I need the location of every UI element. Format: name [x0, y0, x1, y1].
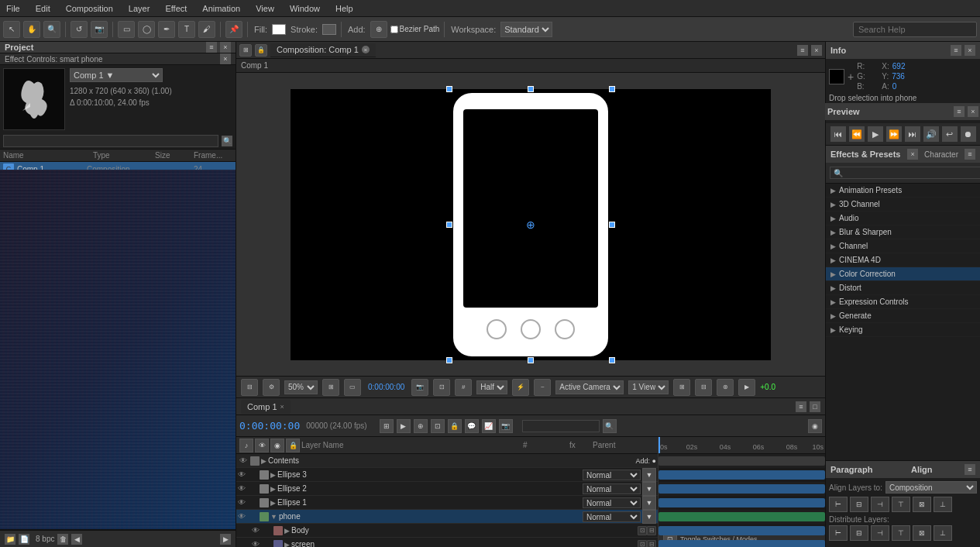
dist-center-v-btn[interactable]: ⊠ [913, 525, 931, 541]
resolution-btn[interactable]: ⊞ [322, 379, 339, 396]
magnification-select[interactable]: 50% [284, 380, 318, 394]
effects-menu-btn[interactable]: ≡ [965, 149, 975, 160]
comp-tab-active[interactable]: Composition: Comp 1 × [270, 43, 376, 57]
track-bar-screen[interactable] [658, 540, 825, 547]
track-bar-phone[interactable] [658, 512, 825, 521]
layer-row-ellipse2[interactable]: 👁 ▶ Ellipse 2 Normal ▼ [236, 482, 658, 496]
text-tool[interactable]: T [178, 21, 195, 38]
menu-item-help[interactable]: Help [332, 2, 356, 15]
fast-preview-btn[interactable]: ⚡ [512, 379, 529, 396]
layer-solo-btn[interactable]: ◉ [270, 439, 284, 452]
comp-viewer-menu[interactable]: ≡ [797, 45, 808, 56]
timeline-tab-close[interactable]: × [280, 403, 284, 411]
preview-loop-btn[interactable]: ↩ [942, 126, 958, 142]
preview-back-btn[interactable]: ⏪ [849, 126, 865, 142]
layer-row-body[interactable]: 👁 ▶ Body ⊡ ⊟ [236, 524, 658, 538]
handle-bm[interactable] [528, 357, 534, 363]
layer-eye-e1[interactable]: 👁 [238, 498, 249, 507]
workspace-select[interactable]: Standard [500, 22, 552, 37]
layer-eye-phone[interactable]: 👁 [238, 512, 249, 521]
timeline-tracks[interactable] [658, 454, 825, 530]
camera-select[interactable]: Active Camera [555, 380, 624, 394]
layer-arrow-e1[interactable]: ▶ [270, 499, 276, 507]
layer-mode-e2[interactable]: Normal [583, 483, 641, 494]
layer-arrow-contents[interactable]: ▶ [261, 457, 266, 465]
effect-cat-distort[interactable]: ▶ Distort [826, 281, 980, 295]
handle-ml[interactable] [446, 222, 452, 228]
align-left-btn[interactable]: ⊢ [829, 497, 848, 512]
comp-lock-btn[interactable]: 🔒 [255, 44, 267, 57]
effect-cat-cinema4d[interactable]: ▶ CINEMA 4D [826, 253, 980, 267]
align-top-btn[interactable]: ⊤ [892, 497, 910, 512]
character-tab[interactable]: Character [921, 150, 961, 159]
layer-eye-e3[interactable]: 👁 [238, 470, 249, 479]
layer-eye-e2[interactable]: 👁 [238, 484, 249, 493]
search-help-input[interactable] [853, 22, 977, 37]
comp-viewer-close[interactable]: × [811, 45, 822, 56]
menu-item-animation[interactable]: Animation [199, 2, 243, 15]
handle-br[interactable] [609, 357, 615, 363]
menu-item-view[interactable]: View [253, 2, 277, 15]
project-panel-menu-btn[interactable]: ≡ [206, 42, 217, 53]
screen-switch-1[interactable]: ⊡ [638, 540, 647, 548]
preview-panel-menu[interactable]: ≡ [954, 106, 965, 117]
tl-btn-solo[interactable]: ⊡ [431, 419, 445, 433]
tl-search-btn[interactable]: 🔍 [603, 419, 617, 433]
tl-btn-comment[interactable]: 💬 [465, 419, 479, 433]
align-center-h-btn[interactable]: ⊟ [850, 497, 868, 512]
tl-btn-solo2[interactable]: ◉ [808, 419, 822, 433]
layer-arrow-phone[interactable]: ▼ [270, 513, 277, 521]
dist-left-btn[interactable]: ⊢ [829, 525, 848, 541]
effect-cat-keying[interactable]: ▶ Keying [826, 323, 980, 337]
stroke-swatch[interactable] [322, 24, 336, 35]
track-bar-e1[interactable] [658, 498, 825, 507]
transparency-btn[interactable]: ⊡ [433, 379, 450, 396]
layer-row-phone[interactable]: 👁 ▼ phone Normal ▼ [236, 510, 658, 524]
timeline-menu-btn[interactable]: ≡ [796, 401, 806, 412]
project-search-input[interactable] [3, 135, 218, 147]
shape-tool-ellipse[interactable]: ◯ [138, 21, 155, 38]
layer-mode-e3[interactable]: Normal [583, 470, 641, 480]
layer-mode-e1[interactable]: Normal [583, 497, 641, 508]
preview-first-btn[interactable]: ⏮ [830, 126, 846, 142]
fill-swatch[interactable] [272, 24, 286, 35]
composition-canvas[interactable]: ⊕ [236, 73, 825, 376]
align-center-v-btn[interactable]: ⊠ [913, 497, 931, 512]
align-bottom-btn[interactable]: ⊥ [934, 497, 952, 512]
preview-audio-btn[interactable]: 🔊 [923, 126, 939, 142]
tl-btn-lock[interactable]: 🔒 [448, 419, 462, 433]
layer-arrow-btn-e2[interactable]: ▼ [642, 482, 656, 496]
track-bar-e2[interactable] [658, 484, 825, 494]
dist-top-btn[interactable]: ⊤ [892, 525, 910, 541]
bezier-checkbox[interactable] [390, 26, 398, 33]
preview-panel-close[interactable]: × [968, 106, 978, 117]
info-panel-close[interactable]: × [965, 45, 975, 56]
align-right-btn[interactable]: ⊣ [871, 497, 889, 512]
render-btn[interactable]: ▶ [738, 379, 755, 396]
menu-item-file[interactable]: File [3, 2, 23, 15]
body-switch-2[interactable]: ⊟ [647, 526, 656, 535]
brush-tool[interactable]: 🖌 [198, 21, 215, 38]
layer-eye-body[interactable]: 👁 [252, 526, 263, 535]
project-panel-close-btn[interactable]: × [220, 42, 231, 53]
handle-bl[interactable] [446, 357, 452, 363]
roi-btn[interactable]: ▭ [344, 379, 361, 396]
handle-tl[interactable] [446, 86, 452, 92]
layer-row-ellipse3[interactable]: 👁 ▶ Ellipse 3 Normal ▼ [236, 468, 658, 482]
layer-arrow-btn-phone[interactable]: ▼ [642, 510, 656, 524]
effects-search-input[interactable] [830, 167, 980, 179]
layer-row-screen[interactable]: 👁 ▶ screen ⊡ ⊟ [236, 538, 658, 547]
dist-bottom-btn[interactable]: ⊥ [934, 525, 952, 541]
preview-record-btn[interactable]: ⏺ [961, 126, 976, 142]
region-of-interest-btn[interactable]: ⊟ [241, 379, 258, 396]
timeline-tab-comp1[interactable]: Comp 1 × [241, 400, 291, 414]
layer-arrow-e2[interactable]: ▶ [270, 485, 276, 493]
menu-item-composition[interactable]: Composition [63, 2, 116, 15]
layer-eye-screen[interactable]: 👁 [252, 540, 263, 547]
handle-mr[interactable] [609, 222, 615, 228]
layer-audio-btn[interactable]: ♪ [239, 439, 253, 452]
zoom-tool[interactable]: 🔍 [43, 21, 60, 38]
project-search-btn[interactable]: 🔍 [222, 136, 232, 146]
puppet-tool[interactable]: 📌 [225, 21, 242, 38]
pen-tool[interactable]: ✒ [158, 21, 175, 38]
